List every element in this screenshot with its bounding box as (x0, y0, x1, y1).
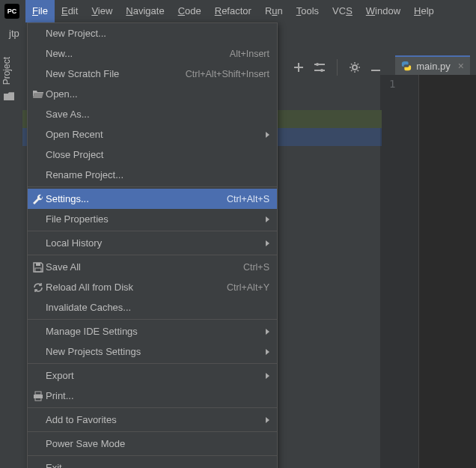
menu-separator (28, 319, 277, 320)
menu-item-label: New Projects Settings (46, 346, 260, 357)
submenu-arrow-icon (266, 132, 269, 138)
menu-item-invalidate-caches[interactable]: Invalidate Caches... (28, 297, 277, 317)
svg-point-7 (353, 65, 357, 70)
menu-item-label: Open... (46, 88, 269, 100)
submenu-arrow-icon (266, 373, 269, 379)
separator (337, 59, 338, 76)
menu-item-exit[interactable]: Exit (28, 458, 277, 468)
project-tab-label: Project (1, 57, 12, 85)
menu-item-label: Save As... (46, 109, 269, 120)
menu-separator (28, 255, 277, 255)
menu-item-save-all[interactable]: Save AllCtrl+S (28, 257, 277, 277)
menu-navigate[interactable]: Navigate (119, 0, 171, 22)
menu-item-label: Reload All from Disk (46, 282, 227, 293)
gear-icon[interactable] (348, 61, 361, 74)
menu-item-manage-ide-settings[interactable]: Manage IDE Settings (28, 321, 277, 341)
svg-point-6 (320, 69, 323, 72)
menu-edit[interactable]: Edit (55, 0, 85, 22)
menu-item-save-as[interactable]: Save As... (28, 104, 277, 124)
menu-item-label: File Properties (46, 213, 260, 225)
menu-item-open-recent[interactable]: Open Recent (28, 124, 277, 145)
menu-item-label: Settings... (46, 193, 227, 204)
menu-item-label: Manage IDE Settings (46, 326, 260, 337)
menu-separator (28, 186, 277, 187)
app-icon: PC (4, 4, 19, 19)
menu-item-label: Local History (46, 237, 260, 249)
menu-tools[interactable]: Tools (290, 0, 326, 22)
menu-item-print[interactable]: Print... (28, 386, 277, 406)
submenu-arrow-icon (266, 216, 269, 222)
menu-item-new-project[interactable]: New Project... (28, 23, 277, 43)
close-icon[interactable]: × (458, 60, 464, 72)
menu-item-label: Invalidate Caches... (46, 302, 269, 313)
menu-separator (28, 231, 277, 231)
menu-item-label: Save All (46, 261, 243, 273)
menu-item-settings[interactable]: Settings...Ctrl+Alt+S (28, 189, 277, 209)
menu-help[interactable]: Help (407, 0, 441, 22)
menu-item-label: New Scratch File (46, 68, 186, 79)
menu-item-local-history[interactable]: Local History (28, 233, 277, 253)
menu-item-label: Open Recent (46, 129, 260, 140)
menu-item-label: Exit (46, 462, 269, 468)
editor-toolbar (283, 45, 391, 90)
menu-separator (28, 455, 277, 456)
submenu-arrow-icon (266, 329, 269, 335)
editor-body[interactable] (419, 75, 476, 468)
menu-item-file-properties[interactable]: File Properties (28, 209, 277, 229)
menu-item-label: New... (46, 48, 230, 59)
menu-view[interactable]: View (85, 0, 119, 22)
file-menu-dropdown: New Project...New...Alt+InsertNew Scratc… (27, 22, 278, 468)
menubar: PC FileEditViewNavigateCodeRefactorRunTo… (0, 0, 476, 22)
menu-item-export[interactable]: Export (28, 365, 277, 386)
add-icon[interactable] (292, 61, 305, 74)
menu-separator (28, 407, 277, 408)
menu-window[interactable]: Window (359, 0, 407, 22)
menu-item-new-scratch-file[interactable]: New Scratch FileCtrl+Alt+Shift+Insert (28, 64, 277, 84)
menu-item-add-to-favorites[interactable]: Add to Favorites (28, 410, 277, 430)
menu-item-reload-all-from-disk[interactable]: Reload All from DiskCtrl+Alt+Y (28, 277, 277, 297)
menu-item-label: Add to Favorites (46, 414, 260, 425)
settings-sliders-icon[interactable] (313, 61, 326, 74)
menu-file[interactable]: File (25, 0, 55, 22)
menu-item-new[interactable]: New...Alt+Insert (28, 43, 277, 64)
save-icon (31, 261, 46, 273)
menu-item-shortcut: Ctrl+Alt+Shift+Insert (186, 69, 269, 79)
menu-item-rename-project[interactable]: Rename Project... (28, 165, 277, 185)
menu-separator (28, 431, 277, 432)
menu-item-label: Close Project (46, 149, 269, 160)
menu-item-shortcut: Ctrl+S (243, 262, 269, 273)
line-number: 1 (389, 78, 418, 90)
submenu-arrow-icon (266, 349, 269, 355)
open-icon (31, 88, 46, 100)
menu-item-label: Print... (46, 390, 269, 401)
menu-vcs[interactable]: VCS (326, 0, 359, 22)
breadcrumb-project: jtp (9, 28, 19, 39)
folder-icon (4, 92, 14, 100)
submenu-arrow-icon (266, 417, 269, 423)
wrench-icon (31, 193, 46, 205)
menu-refactor[interactable]: Refactor (208, 0, 258, 22)
editor-tab-main-py[interactable]: main.py × (395, 55, 470, 75)
menu-item-label: Rename Project... (46, 169, 269, 180)
reload-icon (31, 282, 46, 294)
editor-gutter: 1 (380, 75, 419, 468)
menu-item-close-project[interactable]: Close Project (28, 145, 277, 165)
menu-code[interactable]: Code (171, 0, 208, 22)
submenu-arrow-icon (266, 240, 269, 246)
menu-item-label: New Project... (46, 28, 269, 39)
menu-run[interactable]: Run (258, 0, 290, 22)
tool-window-tab-project[interactable]: Project (0, 54, 18, 100)
menu-item-new-projects-settings[interactable]: New Projects Settings (28, 341, 277, 362)
print-icon (31, 390, 46, 402)
menu-item-shortcut: Ctrl+Alt+Y (227, 282, 269, 293)
python-file-icon (401, 61, 412, 71)
menu-separator (28, 363, 277, 364)
menu-item-label: Power Save Mode (46, 438, 269, 449)
svg-point-5 (316, 63, 319, 66)
menu-item-shortcut: Alt+Insert (230, 49, 269, 59)
tab-label: main.py (416, 61, 451, 72)
svg-rect-2 (35, 392, 41, 395)
menu-item-power-save-mode[interactable]: Power Save Mode (28, 434, 277, 454)
minimize-icon[interactable] (369, 61, 382, 74)
menu-item-open[interactable]: Open... (28, 84, 277, 104)
